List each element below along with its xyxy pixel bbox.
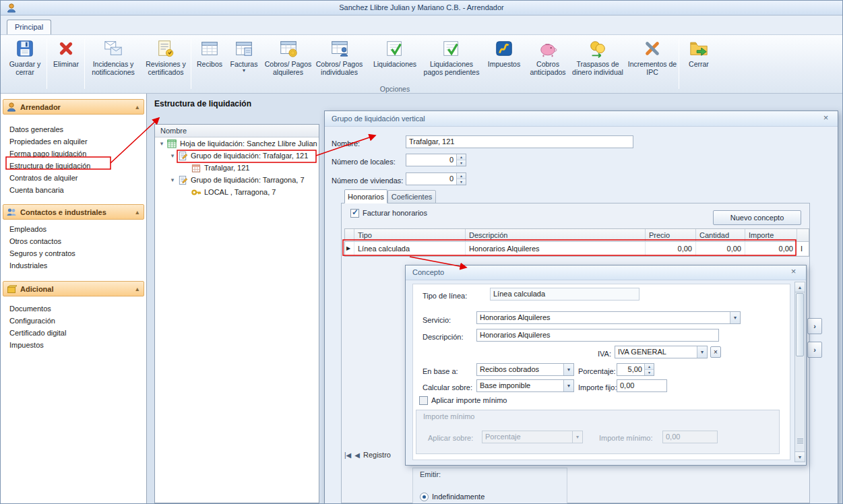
sidebar-item-estructura-de-liquidacion[interactable]: Estructura de liquidación (1, 160, 147, 172)
chevron-down-icon[interactable]: ▾ (697, 346, 707, 358)
descripcion-input[interactable]: Honorarios Alquileres (476, 329, 719, 342)
move-right-button[interactable]: › (807, 342, 822, 358)
facturas-button[interactable]: Facturas ▾ (227, 37, 261, 83)
spinner-buttons: ▴▾ (644, 364, 654, 375)
sidebar-item-otros-contactos[interactable]: Otros contactos (1, 235, 147, 247)
importe-fijo-input[interactable]: 0,00 (617, 379, 667, 392)
tree-node-grupo-trafalgar[interactable]: ▾ Grupo de liquidación: Trafalgar, 121 (155, 150, 319, 162)
dialog-title-bar[interactable]: Grupo de liquidación vertical (325, 111, 838, 127)
scrollbar-thumb[interactable] (796, 293, 804, 356)
tree-node-trafalgar-121[interactable]: Trafalgar, 121 (155, 162, 319, 174)
column-header-cantidad[interactable]: Cantidad (696, 229, 745, 242)
cell-tipo[interactable]: Línea calculada (354, 242, 466, 256)
facturar-honorarios-checkbox[interactable] (350, 209, 359, 218)
sidebar-item-industriales[interactable]: Industriales (1, 259, 147, 272)
column-header-partial[interactable] (797, 229, 809, 242)
tree-node-local-tarragona[interactable]: LOCAL , Tarragona, 7 (155, 186, 319, 198)
tab-honorarios[interactable]: Honorarios (344, 189, 387, 203)
sidebar-group-adicional[interactable]: Adicional ▴ (3, 281, 144, 296)
spin-up-icon[interactable]: ▴ (645, 364, 654, 369)
cobros-pagos-individuales-button[interactable]: Cobros/ Pagos individuales (314, 37, 365, 83)
chevron-down-icon[interactable]: ▾ (563, 364, 573, 375)
ribbon-separator (679, 39, 679, 89)
column-header-descripcion[interactable]: Descripción (466, 229, 646, 242)
title-bar[interactable]: Sanchez Llibre Julian y Mariano C.B. - A… (1, 1, 842, 15)
calcular-sobre-combobox[interactable]: Base imponible (476, 379, 574, 392)
tree-node-grupo-tarragona[interactable]: ▾ Grupo de liquidación: Tarragona, 7 (155, 174, 319, 186)
cell-cantidad[interactable]: 0,00 (696, 242, 745, 256)
servicio-combobox[interactable]: Honorarios Alquileres (476, 311, 741, 324)
table-row[interactable]: ▶ Línea calculada Honorarios Alquileres … (345, 242, 809, 256)
aplicar-importe-minimo-checkbox[interactable] (419, 396, 428, 405)
clear-iva-button[interactable]: × (710, 346, 721, 358)
column-header-importe[interactable]: Importe (745, 229, 797, 242)
indefinidamente-radio[interactable] (420, 493, 429, 501)
spin-up-icon[interactable]: ▴ (457, 154, 466, 160)
collapse-chevron-icon[interactable]: ▴ (135, 104, 139, 111)
cell-descripcion[interactable]: Honorarios Alquileres (466, 242, 646, 256)
iva-combobox[interactable]: IVA GENERAL (615, 346, 708, 358)
nav-prev-button[interactable]: ◀ (354, 451, 360, 459)
revisiones-button[interactable]: Revisiones y certificados (141, 37, 191, 83)
tree-node-label: Trafalgar, 121 (204, 164, 249, 172)
nombre-input[interactable]: Trafalgar, 121 (406, 135, 633, 148)
tree-node-hoja-liquidacion[interactable]: ▾ Hoja de liquidación: Sanchez Llibre Ju… (155, 137, 319, 150)
close-icon[interactable]: × (820, 113, 832, 124)
expander-icon[interactable]: ▾ (168, 177, 177, 183)
cobros-pagos-alquileres-button[interactable]: Cobros/ Pagos alquileres (263, 37, 313, 83)
sidebar-item-cuenta-bancaria[interactable]: Cuenta bancaria (1, 184, 147, 196)
spin-up-icon[interactable]: ▴ (457, 173, 466, 179)
move-right-button[interactable]: › (807, 318, 822, 334)
sidebar-item-empleados[interactable]: Empleados (1, 223, 147, 235)
close-icon[interactable]: × (788, 267, 799, 278)
scroll-down-icon[interactable]: ▼ (795, 451, 805, 462)
nav-first-button[interactable]: |◀ (344, 451, 351, 459)
incidencias-button[interactable]: Incidencias y notificaciones (86, 37, 140, 83)
traspasos-dinero-button[interactable]: Traspasos de dinero individual (570, 37, 625, 83)
expander-icon[interactable]: ▾ (168, 152, 177, 159)
sidebar-group-arrendador[interactable]: Arrendador ▴ (3, 99, 144, 115)
vertical-scrollbar[interactable]: ▲ ▼ (794, 282, 805, 462)
nuevo-concepto-button[interactable]: Nuevo concepto (713, 210, 801, 225)
sidebar-group-contactos[interactable]: Contactos e industriales ▴ (3, 204, 144, 220)
tab-principal[interactable]: Principal (7, 20, 51, 34)
eliminar-button[interactable]: Eliminar (49, 37, 83, 83)
liquidaciones-pendientes-button[interactable]: Liquidaciones pagos pendientes (423, 37, 480, 83)
en-base-a-combobox[interactable]: Recibos cobrados (476, 363, 574, 376)
sidebar-item-documentos[interactable]: Documentos (1, 303, 147, 315)
cell-partial[interactable]: I (797, 242, 809, 256)
chevron-down-icon[interactable]: ▾ (563, 380, 573, 391)
cell-importe[interactable]: 0,00 (745, 242, 797, 256)
liquidaciones-button[interactable]: Liquidaciones (368, 37, 422, 83)
group-icon (177, 151, 188, 161)
sidebar-item-configuracion[interactable]: Configuración (1, 315, 147, 327)
expander-icon[interactable]: ▾ (158, 140, 166, 147)
incrementos-ipc-button[interactable]: Incrementos de IPC (626, 37, 679, 83)
recibos-button[interactable]: Recibos (193, 37, 226, 83)
column-header-precio[interactable]: Precio (646, 229, 696, 242)
spin-down-icon[interactable]: ▾ (457, 179, 466, 185)
spin-down-icon[interactable]: ▾ (457, 160, 466, 166)
cerrar-button[interactable]: Cerrar (682, 37, 716, 83)
sidebar-item-datos-generales[interactable]: Datos generales (1, 123, 147, 135)
tree-column-header[interactable]: Nombre (155, 125, 319, 137)
sidebar-item-certificado-digital[interactable]: Certificado digital (1, 327, 147, 339)
column-header-tipo[interactable]: Tipo (354, 229, 466, 242)
collapse-chevron-icon[interactable]: ▴ (135, 286, 139, 292)
sidebar-item-propiedades-en-alquiler[interactable]: Propiedades en alquiler (1, 135, 147, 148)
cobros-anticipados-button[interactable]: Cobros anticipados (527, 37, 569, 83)
impuestos-button[interactable]: Impuestos (482, 37, 526, 83)
cell-precio[interactable]: 0,00 (646, 242, 696, 256)
guardar-y-cerrar-button[interactable]: Guardar y cerrar (5, 37, 45, 83)
sidebar-item-contratos-de-alquiler[interactable]: Contratos de alquiler (1, 172, 147, 184)
spin-down-icon[interactable]: ▾ (645, 369, 654, 375)
scroll-up-icon[interactable]: ▲ (795, 282, 805, 292)
chevron-down-icon[interactable]: ▾ (730, 312, 740, 323)
sidebar-item-seguros-y-contratos[interactable]: Seguros y contratos (1, 247, 147, 259)
dialog-title-bar[interactable]: Concepto (406, 265, 806, 280)
tab-coeficientes[interactable]: Coeficientes (387, 190, 436, 203)
importe-fijo-label: Importe fijo: (578, 381, 617, 394)
sidebar-item-impuestos[interactable]: Impuestos (1, 339, 147, 351)
collapse-chevron-icon[interactable]: ▴ (135, 209, 139, 216)
sidebar-item-forma-pago-liquidacion[interactable]: Forma pago liquidación (1, 148, 147, 160)
